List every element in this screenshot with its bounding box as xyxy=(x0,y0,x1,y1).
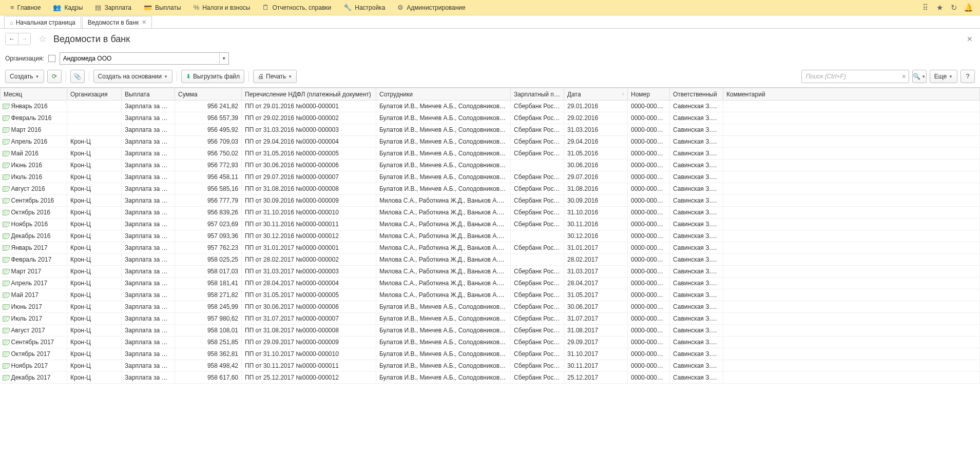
cell-pay: Зарплата за мес... xyxy=(122,289,175,301)
search-input[interactable] xyxy=(802,73,899,80)
find-button[interactable]: 🔍▼ xyxy=(912,70,927,83)
nav-forward-button[interactable]: → xyxy=(18,33,30,45)
table-row[interactable]: Сентябрь 2016Крон-ЦЗарплата за мес...956… xyxy=(1,195,980,207)
refresh-button[interactable]: ⟳ xyxy=(47,70,62,83)
help-button[interactable]: ? xyxy=(960,70,975,83)
cell-num: 0000-000008 xyxy=(628,183,670,195)
cell-date: 30.06.2016 xyxy=(564,160,628,171)
tab-1[interactable]: Ведомости в банк✕ xyxy=(82,16,152,28)
cell-date: 31.07.2017 xyxy=(564,313,628,325)
cell-pay: Зарплата за мес... xyxy=(122,301,175,313)
cell-proj: Сбербанк Росси... xyxy=(511,372,564,384)
col-month[interactable]: Месяц xyxy=(1,88,67,101)
menu-item-4[interactable]: %Налоги и взносы xyxy=(187,0,257,15)
table-row[interactable]: Июль 2017Крон-ЦЗарплата за мес...957 980… xyxy=(1,313,980,325)
table-row[interactable]: Январь 2017Крон-ЦЗарплата за мес...957 7… xyxy=(1,242,980,254)
table-row[interactable]: Май 2016Крон-ЦЗарплата за мес...956 750,… xyxy=(1,148,980,160)
org-filter-checkbox[interactable] xyxy=(48,55,55,62)
table-row[interactable]: Сентябрь 2017Крон-ЦЗарплата за мес...958… xyxy=(1,337,980,348)
export-button[interactable]: ⬇Выгрузить файл xyxy=(181,70,244,83)
table-row[interactable]: Июнь 2017Крон-ЦЗарплата за мес...958 245… xyxy=(1,301,980,313)
col-date[interactable]: Дата↓ xyxy=(564,88,628,101)
cell-comm xyxy=(723,372,980,384)
col-sum[interactable]: Сумма xyxy=(175,88,242,101)
cell-resp: Савинская З.Ю.... xyxy=(670,195,723,207)
col-ndfl[interactable]: Перечисление НДФЛ (платежный документ) xyxy=(242,88,376,101)
table-row[interactable]: Апрель 2017Крон-ЦЗарплата за мес...958 1… xyxy=(1,278,980,289)
col-resp[interactable]: Ответственный xyxy=(670,88,723,101)
table-row[interactable]: Август 2016Крон-ЦЗарплата за мес...956 5… xyxy=(1,183,980,195)
more-button[interactable]: Еще▼ xyxy=(930,70,957,83)
create-base-button[interactable]: Создать на основании▼ xyxy=(93,70,172,83)
col-proj[interactable]: Зарплатный про... xyxy=(511,88,564,101)
cell-pay: Зарплата за мес... xyxy=(122,337,175,348)
apps-icon[interactable]: ⠿ xyxy=(920,3,930,12)
cell-resp: Савинская З.Ю.... xyxy=(670,289,723,301)
cell-comm xyxy=(723,254,980,266)
tab-0[interactable]: ⌂Начальная страница xyxy=(4,16,81,28)
attach-button[interactable]: 📎 xyxy=(70,70,85,83)
favorite-icon[interactable]: ★ xyxy=(935,3,944,12)
col-pay[interactable]: Выплата xyxy=(122,88,175,101)
cell-emp: Булатов И.В., Минчев А.Б., Солодовникова… xyxy=(376,183,511,195)
cell-emp: Булатов И.В., Минчев А.Б., Солодовникова… xyxy=(376,160,511,171)
org-filter-input[interactable] xyxy=(60,55,219,62)
table-row[interactable]: Август 2017Крон-ЦЗарплата за мес...958 1… xyxy=(1,325,980,337)
cell-emp: Булатов И.В., Минчев А.Б., Солодовникова… xyxy=(376,360,511,372)
org-filter-dropdown[interactable]: ▼ xyxy=(219,53,228,64)
print-button[interactable]: 🖨Печать▼ xyxy=(253,70,297,83)
history-icon[interactable]: ↻ xyxy=(949,3,958,12)
table-row[interactable]: Ноябрь 2017Крон-ЦЗарплата за мес...958 4… xyxy=(1,360,980,372)
nav-back-button[interactable]: ← xyxy=(6,33,18,45)
menu-icon: 🗒 xyxy=(262,4,269,11)
close-page-button[interactable]: ✕ xyxy=(965,35,975,43)
menu-item-5[interactable]: 🗒Отчетность, справки xyxy=(256,0,337,15)
table-row[interactable]: Ноябрь 2016Крон-ЦЗарплата за мес...957 0… xyxy=(1,219,980,230)
table-row[interactable]: Январь 2016Зарплата за мес...956 241,82П… xyxy=(1,101,980,112)
create-button[interactable]: Создать▼ xyxy=(5,70,44,83)
cell-pay: Зарплата за мес... xyxy=(122,112,175,124)
grid-container[interactable]: Месяц Организация Выплата Сумма Перечисл… xyxy=(0,87,980,475)
table-row[interactable]: Октябрь 2016Крон-ЦЗарплата за мес...956 … xyxy=(1,207,980,219)
menu-item-0[interactable]: ≡Главное xyxy=(4,0,47,15)
menu-item-1[interactable]: 👥Кадры xyxy=(47,0,89,15)
table-row[interactable]: Июль 2016Крон-ЦЗарплата за мес...956 458… xyxy=(1,171,980,183)
cell-pay: Зарплата за мес... xyxy=(122,360,175,372)
cell-emp: Милова С.А., Работкина Ж.Д., Ваньков А.М… xyxy=(376,242,511,254)
cell-emp: Булатов И.В., Минчев А.Б., Солодовникова… xyxy=(376,136,511,148)
col-emp[interactable]: Сотрудники xyxy=(376,88,511,101)
bell-icon[interactable]: 🔔 xyxy=(964,3,973,12)
table-row[interactable]: Апрель 2016Крон-ЦЗарплата за мес...956 7… xyxy=(1,136,980,148)
menu-item-6[interactable]: 🔧Настройка xyxy=(337,0,391,15)
table-row[interactable]: Декабрь 2016Крон-ЦЗарплата за мес...957 … xyxy=(1,230,980,242)
cell-num: 0000-000001 xyxy=(628,101,670,112)
cell-num: 0000-000011 xyxy=(628,360,670,372)
cell-proj: Сбербанк Росси... xyxy=(511,325,564,337)
cell-comm xyxy=(723,101,980,112)
col-org[interactable]: Организация xyxy=(67,88,122,101)
table-row[interactable]: Октябрь 2017Крон-ЦЗарплата за мес...958 … xyxy=(1,348,980,360)
cell-num: 0000-000005 xyxy=(628,289,670,301)
menu-label: Выплаты xyxy=(155,4,181,11)
menu-item-7[interactable]: ⚙Администрирование xyxy=(391,0,471,15)
menu-icon: 💳 xyxy=(144,4,152,11)
table-row[interactable]: Декабрь 2017Крон-ЦЗарплата за мес...958 … xyxy=(1,372,980,384)
cell-num: 0000-000012 xyxy=(628,372,670,384)
table-row[interactable]: Март 2017Крон-ЦЗарплата за мес...958 017… xyxy=(1,266,980,278)
col-comm[interactable]: Комментарий xyxy=(723,88,980,101)
table-row[interactable]: Июнь 2016Крон-ЦЗарплата за мес...956 772… xyxy=(1,160,980,171)
org-filter-combo[interactable]: ▼ xyxy=(60,52,229,65)
table-row[interactable]: Февраль 2017Крон-ЦЗарплата за мес...958 … xyxy=(1,254,980,266)
table-row[interactable]: Март 2016Зарплата за мес...956 495,92ПП … xyxy=(1,124,980,136)
col-num[interactable]: Номер xyxy=(628,88,670,101)
menu-item-2[interactable]: ▤Зарплата xyxy=(89,0,138,15)
search-clear-button[interactable]: ✕ xyxy=(899,73,909,80)
table-row[interactable]: Февраль 2016Зарплата за мес...956 557,39… xyxy=(1,112,980,124)
cell-num: 0000-000010 xyxy=(628,207,670,219)
tab-close-icon[interactable]: ✕ xyxy=(142,19,146,26)
table-row[interactable]: Май 2017Крон-ЦЗарплата за мес...958 271,… xyxy=(1,289,980,301)
menu-item-3[interactable]: 💳Выплаты xyxy=(138,0,187,15)
cell-org: Крон-Ц xyxy=(67,360,122,372)
star-icon[interactable]: ☆ xyxy=(37,33,48,45)
document-icon xyxy=(3,304,10,310)
